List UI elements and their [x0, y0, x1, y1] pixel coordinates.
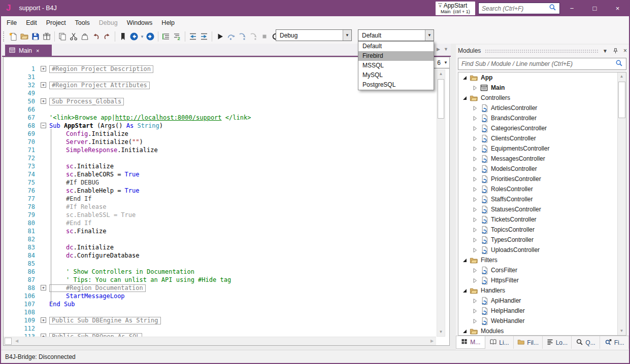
export-zip-icon[interactable]: [41, 31, 52, 42]
navigate-forward-icon[interactable]: [145, 31, 156, 42]
modules-panel-header[interactable]: Modules ▼ ×: [458, 45, 627, 57]
search-icon[interactable]: [549, 4, 556, 13]
tree-item-prioritiescontroller[interactable]: PrioritiesController: [458, 174, 617, 184]
menu-help[interactable]: Help: [157, 17, 179, 28]
tree-collapsed-arrow-icon[interactable]: [472, 277, 478, 283]
tree-expanded-arrow-icon[interactable]: [461, 328, 468, 334]
tree-collapsed-arrow-icon[interactable]: [472, 105, 478, 111]
horizontal-scroll-thumb[interactable]: [5, 338, 12, 345]
copy-icon[interactable]: [57, 31, 68, 42]
panel-drag-texture[interactable]: [485, 49, 598, 53]
tree-item-handlers[interactable]: Handlers: [458, 285, 617, 296]
comment-icon[interactable]: [160, 31, 172, 42]
tree-item-topicscontroller[interactable]: TopicsController: [458, 225, 617, 235]
dropdown-item-mysql[interactable]: MySQL: [358, 70, 434, 80]
tree-item-controllers[interactable]: Controllers: [458, 93, 617, 103]
tree-expanded-arrow-icon[interactable]: [461, 257, 468, 263]
editor-vertical-scrollbar[interactable]: ▲ ▼: [437, 69, 445, 337]
toolbar-grip[interactable]: [3, 31, 6, 42]
tree-item-modelscontroller[interactable]: ModelsController: [458, 164, 617, 174]
tree-collapsed-arrow-icon[interactable]: [472, 318, 478, 324]
fold-expand-icon[interactable]: +: [41, 82, 46, 88]
tree-expanded-arrow-icon[interactable]: [461, 287, 468, 294]
editor-zoom-dropdown-icon[interactable]: ▼: [442, 60, 449, 65]
step-into-icon[interactable]: [237, 31, 248, 42]
panel-tab-files-folder[interactable]: Fil...: [514, 336, 543, 349]
panel-tab-logs[interactable]: Lo...: [543, 336, 572, 349]
tree-collapsed-arrow-icon[interactable]: [472, 227, 478, 233]
toolbar-overflow-icon[interactable]: ▼: [438, 3, 442, 9]
tree-item-staffscontroller[interactable]: StaffsController: [458, 194, 617, 204]
dropdown-item-firebird[interactable]: Firebird: [358, 51, 434, 61]
panel-tab-find-references[interactable]: Fi...: [600, 336, 629, 349]
back-history-dropdown-icon[interactable]: ▼: [140, 34, 145, 39]
run-mode-combo[interactable]: Debug ▼: [276, 29, 352, 41]
tree-collapsed-arrow-icon[interactable]: [472, 85, 478, 91]
scroll-up-icon[interactable]: ▲: [437, 70, 445, 78]
search-input[interactable]: Search (Ctrl+F): [478, 3, 560, 14]
maximize-button[interactable]: □: [583, 0, 606, 16]
tree-collapsed-arrow-icon[interactable]: [472, 156, 478, 162]
tree-collapsed-arrow-icon[interactable]: [472, 308, 478, 314]
undo-icon[interactable]: [90, 31, 102, 42]
save-icon[interactable]: [30, 31, 41, 42]
tree-item-articlescontroller[interactable]: ArticlesController: [458, 103, 617, 113]
tree-item-uploadscontroller[interactable]: UploadsController: [458, 245, 617, 255]
minimize-button[interactable]: −: [560, 0, 583, 16]
tree-item-categoriescontroller[interactable]: CategoriesController: [458, 123, 617, 133]
menu-windows[interactable]: Windows: [122, 17, 157, 28]
run-mode-dropdown-icon[interactable]: ▼: [343, 30, 351, 41]
tree-item-main[interactable]: Main: [458, 83, 617, 93]
tree-item-rolescontroller[interactable]: RolesController: [458, 184, 617, 194]
tree-collapsed-arrow-icon[interactable]: [472, 176, 478, 182]
fold-expand-icon[interactable]: +: [41, 285, 46, 290]
tree-item-modules[interactable]: Modules: [458, 326, 617, 336]
build-configuration-dropdown-icon[interactable]: ▼: [425, 30, 434, 41]
bookmark-icon[interactable]: [117, 31, 128, 42]
tree-collapsed-arrow-icon[interactable]: [472, 135, 478, 141]
tab-close-icon[interactable]: ×: [36, 48, 39, 54]
run-icon[interactable]: [214, 31, 225, 42]
shift-right-icon[interactable]: [198, 31, 210, 42]
panel-tab-libraries-book[interactable]: Li...: [485, 336, 514, 349]
build-configuration-combo[interactable]: Default ▼: [358, 29, 434, 41]
fold-expand-icon[interactable]: +: [41, 317, 46, 323]
tree-scroll-down-icon[interactable]: ▼: [618, 327, 625, 335]
editor-horizontal-scrollbar[interactable]: ◀ ▶: [4, 337, 436, 345]
tree-collapsed-arrow-icon[interactable]: [472, 216, 478, 223]
panel-menu-icon[interactable]: ▼: [603, 48, 608, 54]
scroll-right-icon[interactable]: ▶: [428, 337, 436, 345]
menu-project[interactable]: Project: [42, 17, 71, 28]
tree-item-corsfilter[interactable]: CorsFilter: [458, 265, 617, 275]
tree-item-statusescontroller[interactable]: StatusesController: [458, 204, 617, 214]
tree-item-equipmentscontroller[interactable]: EquipmentsController: [458, 143, 617, 154]
tree-item-apihandler[interactable]: ApiHandler: [458, 296, 617, 306]
new-project-icon[interactable]: [8, 31, 19, 42]
scroll-left-icon[interactable]: ◀: [13, 337, 21, 345]
tree-collapsed-arrow-icon[interactable]: [472, 247, 478, 253]
tree-collapsed-arrow-icon[interactable]: [472, 115, 478, 121]
tree-item-brandscontroller[interactable]: BrandsController: [458, 113, 617, 123]
menu-edit[interactable]: Edit: [21, 17, 42, 28]
code-editor[interactable]: 1+#Region Project Description3132+#Regio…: [3, 57, 450, 346]
tree-collapsed-arrow-icon[interactable]: [472, 196, 478, 202]
find-module-input[interactable]: Find Sub / Module / Line number (Ctrl+E): [458, 58, 626, 70]
tree-item-httpsfilter[interactable]: HttpsFilter: [458, 275, 617, 285]
tree-vertical-scrollbar[interactable]: ▲ ▼: [617, 72, 626, 335]
uncomment-icon[interactable]: 2: [172, 31, 183, 42]
tree-collapsed-arrow-icon[interactable]: [472, 166, 478, 172]
tree-collapsed-arrow-icon[interactable]: [472, 298, 478, 304]
step-over-icon[interactable]: [225, 31, 237, 42]
vertical-scroll-thumb[interactable]: [438, 79, 444, 119]
tree-expanded-arrow-icon[interactable]: [461, 95, 468, 101]
scroll-down-icon[interactable]: ▼: [437, 328, 445, 336]
tree-item-filters[interactable]: Filters: [458, 255, 617, 265]
close-button[interactable]: ×: [606, 0, 629, 16]
panel-close-icon[interactable]: ×: [623, 47, 627, 54]
dropdown-item-postgresql[interactable]: PostgreSQL: [358, 80, 434, 90]
navigate-back-icon[interactable]: [128, 31, 140, 42]
fold-expand-icon[interactable]: +: [41, 98, 46, 104]
tree-collapsed-arrow-icon[interactable]: [472, 186, 478, 192]
tree-scroll-up-icon[interactable]: ▲: [618, 72, 625, 81]
menu-tools[interactable]: Tools: [71, 17, 94, 28]
